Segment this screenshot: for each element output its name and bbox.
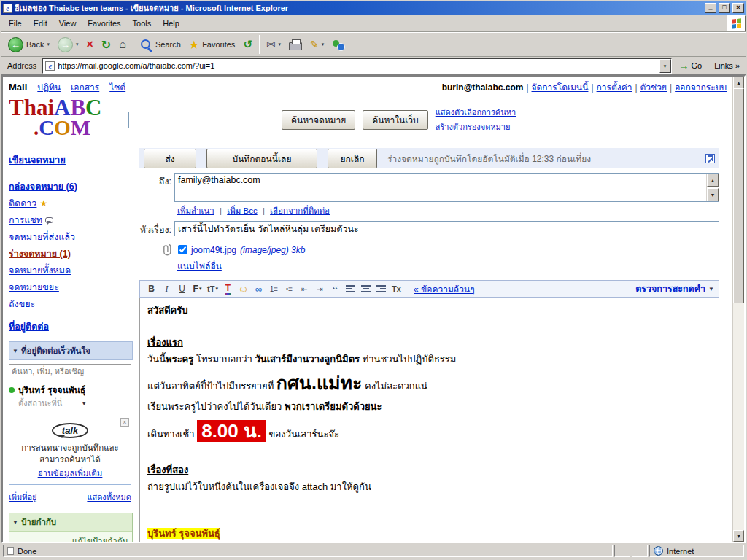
nav-docs[interactable]: เอกสาร bbox=[71, 80, 99, 94]
scroll-up-icon[interactable]: ▲ bbox=[707, 174, 719, 187]
nav-help[interactable]: ตัวช่วย bbox=[640, 80, 667, 94]
plain-text-link[interactable]: « ข้อความล้วนๆ bbox=[414, 282, 475, 296]
insert-link-icon[interactable]: ∞ bbox=[252, 282, 266, 295]
blockquote-icon[interactable]: “ bbox=[328, 282, 342, 295]
show-all-contacts-link[interactable]: แสดงทั้งหมด bbox=[87, 491, 131, 504]
contact-row[interactable]: บุรินทร์ รุจจนพันธุ์ bbox=[9, 383, 133, 397]
close-button[interactable]: × bbox=[732, 3, 744, 13]
gmail-topbar: Mail ปฏิทินเอกสารไซต์ burin@thaiabc.com|… bbox=[3, 77, 732, 94]
forward-button[interactable]: → ▾ bbox=[54, 34, 82, 55]
close-icon[interactable]: × bbox=[120, 418, 129, 427]
menu-favorites[interactable]: Favorites bbox=[82, 16, 126, 31]
underline-icon[interactable]: U bbox=[175, 282, 189, 295]
to-field[interactable]: family@thaiabc.com ▲ ▼ bbox=[174, 173, 719, 202]
scroll-down-icon[interactable]: ▼ bbox=[707, 188, 719, 201]
edit-button[interactable]: ✎ ▾ bbox=[306, 34, 328, 55]
contacts-link[interactable]: ที่อยู่ติดต่อ bbox=[9, 319, 49, 334]
align-right-icon[interactable] bbox=[374, 282, 388, 295]
attachment-link[interactable]: joom49t.jpg bbox=[191, 245, 236, 255]
add-bcc-link[interactable]: เพิ่ม Bcc bbox=[227, 206, 257, 215]
refresh-button[interactable]: ↻ bbox=[98, 34, 115, 55]
sidebar-item-drafts[interactable]: ร่างจดหมาย (1) bbox=[9, 245, 133, 262]
italic-icon[interactable]: I bbox=[160, 282, 174, 295]
thaiabc-logo[interactable]: ThaiABC .COM bbox=[9, 97, 118, 139]
page-scrollbar[interactable]: ▲ ▼ bbox=[732, 77, 744, 542]
align-left-icon[interactable] bbox=[344, 282, 357, 295]
sidebar-item-chats[interactable]: การแชท bbox=[9, 211, 133, 228]
labels-header[interactable]: ▼ ป้ายกำกับ bbox=[9, 513, 132, 532]
remove-formatting-icon[interactable]: Tx bbox=[390, 282, 403, 295]
scroll-up-icon[interactable]: ▲ bbox=[733, 77, 744, 88]
bullet-list-icon[interactable]: •≡ bbox=[282, 282, 296, 295]
attachment-checkbox[interactable] bbox=[178, 245, 187, 254]
address-dropdown[interactable]: ▾ bbox=[659, 59, 671, 73]
mail-search-input[interactable] bbox=[128, 112, 274, 128]
sidebar-item-spam[interactable]: จดหมายขยะ bbox=[9, 279, 133, 295]
menu-view[interactable]: View bbox=[53, 16, 82, 31]
learn-more-link[interactable]: อ่านข้อมูลเพิ่มเติม bbox=[38, 467, 103, 480]
history-button[interactable]: ↺ bbox=[239, 34, 256, 55]
search-web-button[interactable]: ค้นหาในเว็บ bbox=[363, 110, 427, 130]
sidebar-item-all-mail[interactable]: จดหมายทั้งหมด bbox=[9, 262, 133, 279]
back-button[interactable]: ← Back ▾ bbox=[4, 34, 53, 55]
popout-icon[interactable] bbox=[705, 154, 715, 163]
save-now-button[interactable]: บันทึกตอนนี้เลย bbox=[206, 149, 317, 168]
align-center-icon[interactable] bbox=[359, 282, 373, 295]
messenger-button[interactable] bbox=[328, 34, 347, 55]
menu-edit[interactable]: Edit bbox=[28, 16, 53, 31]
bold-icon[interactable]: B bbox=[144, 282, 158, 295]
nav-sites[interactable]: ไซต์ bbox=[109, 80, 125, 94]
menu-help[interactable]: Help bbox=[157, 16, 185, 31]
text-color-icon[interactable]: T bbox=[221, 282, 235, 295]
links-toolbar[interactable]: Links » bbox=[711, 58, 743, 73]
choose-from-contacts-link[interactable]: เลือกจากที่ติดต่อ bbox=[270, 206, 330, 215]
attach-another-file-link[interactable]: แนบไฟล์อื่น bbox=[177, 261, 222, 271]
search-button[interactable]: Search bbox=[136, 34, 185, 55]
scroll-down-icon[interactable]: ▼ bbox=[733, 530, 744, 542]
indent-icon[interactable]: ⇥ bbox=[313, 282, 327, 295]
font-size-icon[interactable]: tT▾ bbox=[206, 282, 220, 295]
sidebar-item-starred[interactable]: ติดดาว★ bbox=[9, 195, 133, 211]
address-input[interactable]: e https://mail.google.com/a/thaiabc.com/… bbox=[42, 58, 671, 74]
send-button[interactable]: ส่ง bbox=[144, 149, 196, 168]
minimize-button[interactable]: _ bbox=[705, 3, 716, 13]
numbered-list-icon[interactable]: 1≡ bbox=[267, 282, 281, 295]
quick-contacts-header[interactable]: ▼ ที่อยู่ติดต่อเร็วทันใจ bbox=[9, 341, 133, 360]
print-button[interactable] bbox=[285, 34, 306, 55]
check-spelling-link[interactable]: ตรวจการสะกดคำ ▼ bbox=[635, 281, 714, 296]
compose-mail-link[interactable]: เขียนจดหมาย bbox=[9, 152, 66, 168]
add-cc-link[interactable]: เพิ่มสำเนา bbox=[177, 206, 214, 215]
sidebar-item-sent[interactable]: จดหมายที่ส่งแล้ว bbox=[9, 228, 133, 245]
contact-search-input[interactable] bbox=[9, 364, 131, 378]
sidebar-item-inbox[interactable]: กล่องจดหมาย (6) bbox=[9, 178, 133, 195]
scrollbar-thumb[interactable] bbox=[733, 88, 744, 303]
mail-button[interactable]: ✉ ▾ bbox=[263, 34, 285, 55]
create-filter-link[interactable]: สร้างตัวกรองจดหมาย bbox=[436, 120, 516, 133]
favorites-button[interactable]: ★ Favorites bbox=[185, 34, 239, 55]
body-greeting: สวัสดีครับ bbox=[147, 305, 188, 316]
home-button[interactable]: ⌂ bbox=[115, 34, 130, 55]
set-status-row[interactable]: ตั้งสถานะที่นี่ ▼ bbox=[9, 397, 133, 410]
stop-button[interactable]: × bbox=[83, 34, 97, 55]
search-mail-button[interactable]: ค้นหาจดหมาย bbox=[282, 110, 355, 130]
to-field-scrollbar[interactable]: ▲ ▼ bbox=[706, 174, 719, 201]
scrollbar-track[interactable] bbox=[733, 88, 744, 530]
show-search-options-link[interactable]: แสดงตัวเลือกการค้นหา bbox=[436, 106, 516, 119]
maximize-button[interactable]: □ bbox=[719, 3, 730, 13]
emoticon-icon[interactable]: ☺ bbox=[236, 282, 250, 295]
nav-manage-domain[interactable]: จัดการโดเมนนี้ bbox=[532, 80, 589, 94]
nav-calendar[interactable]: ปฏิทิน bbox=[37, 80, 61, 94]
discard-button[interactable]: ยกเลิก bbox=[328, 149, 377, 168]
edit-labels-link[interactable]: แก้ไขป้ายกำกับ bbox=[72, 537, 128, 542]
add-contact-link[interactable]: เพิ่มที่อยู่ bbox=[9, 491, 37, 504]
subject-input[interactable] bbox=[174, 221, 719, 236]
menu-file[interactable]: File bbox=[3, 16, 28, 31]
sidebar-item-trash[interactable]: ถังขยะ bbox=[9, 295, 133, 312]
nav-settings[interactable]: การตั้งค่า bbox=[597, 80, 632, 94]
menu-tools[interactable]: Tools bbox=[127, 16, 158, 31]
nav-sign-out[interactable]: ออกจากระบบ bbox=[675, 80, 727, 94]
go-button[interactable]: → Go bbox=[675, 59, 707, 72]
outdent-icon[interactable]: ⇤ bbox=[298, 282, 311, 295]
message-body-editor[interactable]: สวัสดีครับ เรื่องแรก วันนี้พระครู โทรมาบ… bbox=[139, 298, 719, 542]
font-icon[interactable]: F▾ bbox=[190, 282, 204, 295]
